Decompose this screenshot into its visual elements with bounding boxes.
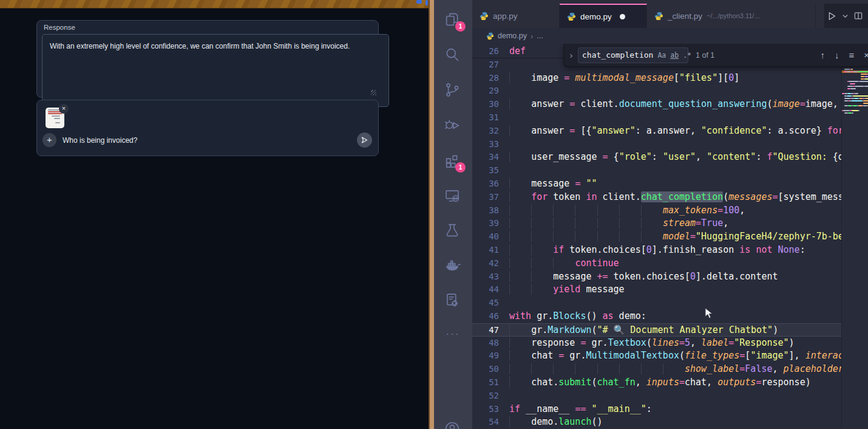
find-results-count: 1 of 1 bbox=[696, 51, 820, 60]
code-line[interactable]: 36 message = "" bbox=[472, 177, 868, 191]
line-number: 50 bbox=[472, 363, 499, 376]
tab-app-py[interactable]: app.py bbox=[472, 4, 560, 28]
find-query-text[interactable]: chat_completion bbox=[582, 50, 653, 60]
find-in-selection-button[interactable]: ≡ bbox=[849, 50, 854, 60]
tab-bar: app.py demo.py _client.py ~/.../python3.… bbox=[472, 0, 868, 28]
line-number: 45 bbox=[472, 297, 499, 310]
response-textarea[interactable]: With an extremely high level of confiden… bbox=[42, 34, 389, 107]
code-line[interactable]: 33 bbox=[472, 138, 868, 151]
line-number: 47 bbox=[472, 324, 499, 337]
code-line[interactable]: 29 bbox=[472, 84, 868, 98]
line-number: 54 bbox=[472, 416, 499, 429]
code-line[interactable]: 43 message += token.choices[0].delta.con… bbox=[472, 270, 868, 284]
source-control-icon[interactable] bbox=[444, 81, 462, 100]
code-line[interactable]: 42 continue bbox=[472, 257, 868, 270]
line-number: 51 bbox=[472, 376, 499, 390]
find-expand-toggle[interactable]: › bbox=[565, 50, 578, 60]
regex-button[interactable]: .* bbox=[683, 51, 691, 60]
split-editor-button[interactable] bbox=[853, 11, 863, 21]
code-editor[interactable]: 26def2728 image = multimodal_message["fi… bbox=[472, 44, 868, 429]
send-button[interactable] bbox=[357, 132, 372, 148]
textarea-resize-handle[interactable] bbox=[371, 90, 376, 95]
code-line[interactable]: 40 model="HuggingFaceH4/zephyr-7b-beta bbox=[472, 230, 868, 244]
code-line[interactable]: 47 gr.Markdown("# 🔍 Document Analyzer Ch… bbox=[472, 323, 868, 337]
code-line[interactable]: 32 answer = [{"answer": a.answer, "confi… bbox=[472, 125, 868, 138]
code-line[interactable]: 39 stream=True, bbox=[472, 217, 868, 230]
tab-demo-py[interactable]: demo.py bbox=[560, 4, 647, 28]
code-line[interactable]: 45 bbox=[472, 297, 868, 310]
minimap-row bbox=[842, 114, 868, 117]
whole-word-button[interactable]: ab bbox=[670, 51, 679, 60]
code-line[interactable]: 50 show_label=False, placeholder= bbox=[472, 363, 868, 376]
tab-label: _client.py bbox=[668, 12, 702, 21]
line-number: 26 bbox=[472, 45, 499, 58]
screen: Response With an extremely high level of… bbox=[0, 0, 868, 429]
chevron-down-icon[interactable] bbox=[842, 13, 849, 19]
find-widget: › chat_completion Aa ab .* 1 of 1 ↑ ↓ ≡ … bbox=[564, 44, 868, 67]
line-number: 28 bbox=[472, 72, 499, 85]
extensions-icon[interactable]: 1 bbox=[444, 152, 462, 170]
find-previous-button[interactable]: ↑ bbox=[820, 50, 825, 60]
code-line[interactable]: 44 yield message bbox=[472, 283, 868, 297]
line-number: 53 bbox=[472, 403, 499, 416]
find-close-button[interactable]: × bbox=[864, 50, 868, 60]
line-number: 30 bbox=[472, 98, 499, 111]
code-line[interactable]: 49 chat = gr.MultimodalTextbox(file_type… bbox=[472, 349, 868, 363]
activity-bar: 1 1 bbox=[434, 0, 472, 429]
match-case-button[interactable]: Aa bbox=[657, 51, 666, 60]
code-line[interactable]: 52 bbox=[472, 390, 868, 403]
code-line[interactable]: 54 demo.launch() bbox=[472, 416, 868, 429]
code-line[interactable]: 34 user_message = {"role": "user", "cont… bbox=[472, 151, 868, 164]
chat-message-text[interactable]: Who is being invoiced? bbox=[63, 136, 137, 145]
more-views-icon[interactable]: ··· bbox=[444, 326, 462, 345]
find-next-button[interactable]: ↓ bbox=[835, 50, 839, 60]
code-line[interactable]: 53if __name__ == "__main__": bbox=[472, 403, 868, 416]
gradio-app-pane: Response With an extremely high level of… bbox=[0, 0, 429, 429]
add-file-button[interactable]: + bbox=[42, 133, 56, 147]
code-line[interactable]: 38 max_tokens=100, bbox=[472, 204, 868, 218]
plus-icon: + bbox=[47, 134, 52, 145]
test-beaker-icon[interactable] bbox=[444, 222, 462, 240]
response-block: Response With an extremely high level of… bbox=[36, 20, 379, 98]
modified-dot-icon[interactable] bbox=[620, 14, 625, 19]
breadcrumb[interactable]: demo.py › ... bbox=[472, 28, 868, 44]
code-line[interactable]: 35 bbox=[472, 164, 868, 177]
line-number: 33 bbox=[472, 138, 499, 151]
chat-input-block: × + Who is being invoiced? bbox=[36, 100, 379, 156]
window-divider[interactable] bbox=[429, 0, 434, 429]
line-number: 44 bbox=[472, 283, 499, 297]
line-number: 38 bbox=[472, 204, 499, 218]
code-line[interactable]: 37 for token in client.chat_completion(m… bbox=[472, 191, 868, 204]
tools-file-icon[interactable] bbox=[444, 292, 462, 310]
code-line[interactable]: 41 if token.choices[0].finish_reason is … bbox=[472, 244, 868, 257]
line-number: 34 bbox=[472, 151, 499, 164]
explorer-icon[interactable]: 1 bbox=[444, 11, 462, 29]
run-button[interactable] bbox=[827, 11, 837, 21]
line-number: 40 bbox=[472, 230, 499, 244]
remove-attachment-button[interactable]: × bbox=[59, 104, 69, 114]
extensions-badge: 1 bbox=[455, 162, 466, 173]
search-icon[interactable] bbox=[444, 46, 462, 64]
breadcrumb-more[interactable]: ... bbox=[537, 32, 543, 40]
code-line[interactable]: 51 chat.submit(chat_fn, inputs=chat, out… bbox=[472, 376, 868, 390]
tab-client-py[interactable]: _client.py ~/.../python3.11/... bbox=[647, 4, 816, 28]
send-icon bbox=[361, 136, 368, 144]
account-icon[interactable] bbox=[444, 420, 462, 429]
minimap[interactable] bbox=[841, 44, 868, 429]
line-number: 27 bbox=[472, 58, 499, 72]
find-input[interactable]: chat_completion Aa ab .* bbox=[578, 47, 688, 63]
code-line[interactable]: 31 bbox=[472, 111, 868, 125]
code-line[interactable]: 48 response = gr.Textbox(lines=5, label=… bbox=[472, 337, 868, 350]
line-number: 32 bbox=[472, 125, 499, 138]
tab-description: ~/.../python3.11/... bbox=[707, 12, 760, 19]
breadcrumb-file[interactable]: demo.py bbox=[498, 32, 527, 40]
blue-fragment bbox=[416, 0, 422, 4]
code-line[interactable]: 46with gr.Blocks() as demo: bbox=[472, 310, 868, 323]
run-debug-icon[interactable] bbox=[444, 117, 462, 135]
remote-explorer-icon[interactable] bbox=[444, 187, 462, 205]
code-line[interactable]: 30 answer = client.document_question_ans… bbox=[472, 98, 868, 111]
line-number: 52 bbox=[472, 390, 499, 403]
code-line[interactable]: 28 image = multimodal_message["files"][0… bbox=[472, 72, 868, 85]
python-icon bbox=[480, 12, 489, 21]
docker-icon[interactable] bbox=[444, 257, 462, 275]
